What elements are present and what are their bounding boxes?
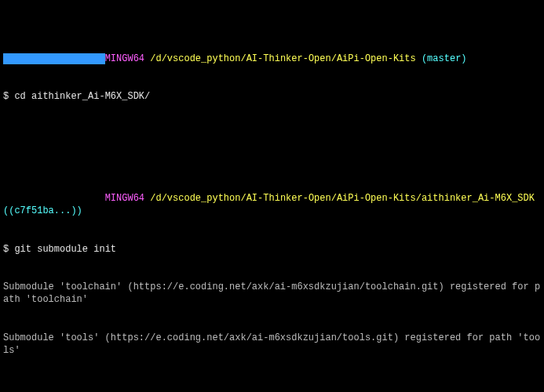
git-branch: (master) xyxy=(422,53,467,64)
prompt-symbol: $ xyxy=(3,244,14,255)
cwd-path: /d/vscode_python/AI-Thinker-Open/AiPi-Op… xyxy=(144,193,540,204)
prompt-symbol: $ xyxy=(3,91,14,102)
prompt-line: MINGW64 /d/vscode_python/AI-Thinker-Open… xyxy=(3,53,541,65)
blank-line xyxy=(3,383,541,392)
user-host xyxy=(3,193,105,204)
git-branch: ((c7f51ba...)) xyxy=(3,205,82,216)
cwd-path: /d/vscode_python/AI-Thinker-Open/AiPi-Op… xyxy=(144,53,422,64)
mingw-label: MINGW64 xyxy=(105,53,144,64)
output-line: Submodule 'toolchain' (https://e.coding.… xyxy=(3,281,541,306)
command-text: cd aithinker_Ai-M6X_SDK/ xyxy=(14,91,150,102)
command-line: $ cd aithinker_Ai-M6X_SDK/ xyxy=(3,90,541,103)
command-text: git submodule init xyxy=(14,244,116,255)
terminal[interactable]: MINGW64 /d/vscode_python/AI-Thinker-Open… xyxy=(0,0,544,392)
blank-line xyxy=(3,129,541,141)
mingw-label: MINGW64 xyxy=(105,193,144,204)
output-line: Submodule 'tools' (https://e.coding.net/… xyxy=(3,332,541,357)
prompt-line: MINGW64 /d/vscode_python/AI-Thinker-Open… xyxy=(3,192,541,217)
selection-highlight xyxy=(3,53,105,64)
command-line: $ git submodule init xyxy=(3,243,541,256)
